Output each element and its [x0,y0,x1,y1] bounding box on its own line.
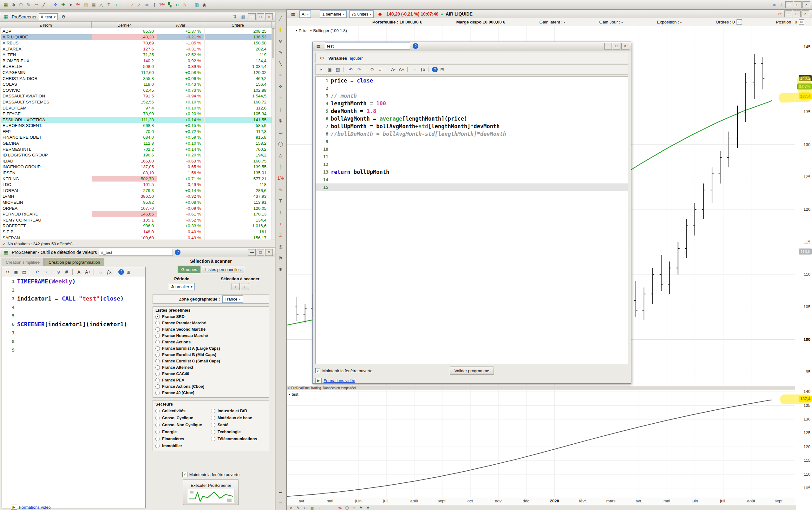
percent-icon[interactable]: % [337,506,343,510]
indicator-code-editor[interactable]: 1price = close23// month4lengthMonth = 1… [315,77,628,364]
list-option[interactable]: France PEA [155,377,266,384]
code-line[interactable]: 2 [315,84,628,92]
camera-icon[interactable]: ◉ [201,1,208,8]
code-line[interactable]: 8//bollDnMonth = bollAvgMonth-std[length… [315,130,628,138]
code-line[interactable]: 1price = close [315,77,628,84]
curve-icon[interactable]: ≈ [277,72,284,79]
time-axis[interactable]: avr.maijuinjuil.aoûtsept.oct.nov.déc.202… [287,497,795,505]
target-icon[interactable]: ◎ [277,243,284,250]
code-line[interactable]: 1TIMEFRAME(Weekly) [2,277,145,286]
list-option[interactable]: France Actions [155,339,266,345]
scrollbar-thumb[interactable] [272,28,274,58]
code-line[interactable]: 3// month [315,92,628,100]
test-indicator-panel[interactable]: ▪ test [287,390,795,497]
rectangle-icon[interactable]: ▭ [277,129,284,136]
table-row[interactable]: COLAS118,0+0,43 %156,4 [1,81,272,87]
pen-icon[interactable]: ✎ [295,506,301,510]
table-row[interactable]: ID LOGISTICS GROUP196,6+0,20 %194,2 [1,152,272,158]
list-option[interactable]: Financières [155,435,211,443]
arrow-down-icon[interactable]: ↓ [277,220,284,228]
groupes-button[interactable]: Groupes [178,266,201,273]
font-increase-icon[interactable]: A+ [84,268,92,276]
table-row[interactable]: ALTAREA127,6-0,31 %202,4 [1,46,272,52]
close-icon[interactable]: × [265,13,273,20]
detail-icon[interactable]: ⊞ [799,19,804,25]
table-row[interactable]: EUROFINS SCIENT.668,8+0,15 %585,9 [1,123,272,129]
zone-dropdown[interactable]: France ▾ [222,295,243,303]
formations-video-link[interactable]: Formations vidéo [19,505,51,510]
pitchfork-icon[interactable]: Ψ [277,117,284,125]
table-row[interactable]: CHRISTIAN DIOR355,8+0,06 %469,2 [1,76,272,82]
code-line[interactable]: 5devMonth = 1.8 [315,107,628,115]
grid-tool-icon[interactable]: ▦ [90,1,97,8]
fibonacci-icon[interactable]: ≡ [277,94,284,102]
detail-icon[interactable]: ⊞ [736,19,742,25]
settings-wrench-icon[interactable]: ⚙ [60,13,67,20]
legend-prix[interactable]: ▪ Prix [296,28,306,33]
editor-titlebar[interactable]: ▦ ProScreener - Outil de détection de va… [0,248,275,257]
table-row[interactable]: ILIAD166,00-0,63 %160,75 [1,158,272,164]
line-tool-icon[interactable]: ╱ [40,1,48,8]
legend-bollinger[interactable]: ▪ Bollinger (100 1.8) [310,28,347,33]
table-row[interactable]: DASSAULT SYSTEMES152,55+0,10 %160,72 [1,99,272,105]
code-line[interactable]: 4lengthMonth = 100 [315,100,628,107]
trend-arrow-icon[interactable]: ↗ [128,1,136,8]
triangle-tool-icon[interactable]: △ [97,1,105,8]
table-row[interactable]: LDC101,5-0,49 %118 [1,181,272,188]
list-option[interactable]: France Eurolist A (Large Caps) [155,345,266,351]
paste-icon[interactable]: ▤ [20,268,28,276]
print-icon[interactable]: ⊞ [125,268,132,276]
indicator-axis[interactable]: 140135130125120115110105137,4 [795,390,812,497]
table-row[interactable]: AIRBUS70,69-1,05 %150,58 [1,40,272,46]
ajouter-link[interactable]: ajouter [350,56,363,61]
table-row[interactable]: ADP85,30+1,37 %208,25 [1,28,272,34]
pencil-icon[interactable]: ✎ [277,49,284,56]
sort-icon[interactable]: ⇅ [231,13,239,20]
table-row[interactable]: GECINA112,8+0,10 %158,2 [1,140,272,146]
zoom-in-icon[interactable]: ⊕ [9,1,17,8]
maximize-icon[interactable]: □ [613,43,621,50]
line-icon[interactable]: ╲ [277,60,284,67]
table-row[interactable]: DASSAULT AVIATION791,5-0,94 %1 544,5 [1,93,272,99]
periode-dropdown[interactable]: Journalier ▾ [169,283,194,290]
maximize-icon[interactable]: □ [257,13,264,20]
code-line[interactable]: 9 [2,346,145,354]
table-row[interactable]: LVMH386,50-0,32 %437,93 [1,194,272,200]
code-line[interactable]: 3indicator1 = CALL "test"(close) [2,294,145,303]
minimize-icon[interactable]: — [785,1,793,8]
table-scrollbar[interactable] [272,28,274,240]
collapse-strip-icon[interactable]: ˇˇ [277,500,284,508]
table-row[interactable]: INGENICO GROUP137,05-0,65 %139,55 [1,164,272,170]
move-tool-icon[interactable]: ✚ [59,1,67,8]
code-line[interactable]: 5 [2,311,145,320]
code-line[interactable]: 7 [2,329,145,337]
list-option[interactable]: France 40 [Cboe] [155,390,266,396]
list-option[interactable]: France Nouveau Marché [155,333,266,339]
list-option[interactable]: France Premier Marché [155,320,266,326]
tab-creation-simplifiee[interactable]: Création simplifiée [2,258,44,266]
listes-personnelles-button[interactable]: Listes personnelles [202,266,244,273]
percent-tool-icon[interactable]: % [74,1,82,8]
keep-open-checkbox[interactable]: ✔ [315,368,320,373]
list-option[interactable]: Energie [155,428,211,435]
font-increase-icon[interactable]: A+ [398,66,405,73]
ruler-icon[interactable]: ╱ [277,14,284,22]
close-icon[interactable]: × [802,10,809,17]
channel-icon[interactable]: ∥ [277,106,284,113]
undo-icon[interactable]: ↶ [347,66,355,73]
execute-proscreener-button[interactable]: Exécuter ProScreener [183,480,239,505]
list-option[interactable]: France Eurolist C (Small Caps) [155,358,266,364]
app-grid-icon[interactable]: ▦ [2,1,9,8]
code-line[interactable]: 15 [315,183,628,191]
list-option[interactable]: France SRD [155,314,266,320]
keep-open-checkbox[interactable]: ✔ [182,472,187,477]
list-option[interactable]: France Actions [Cboe] [155,384,266,390]
help-icon[interactable]: ? [432,67,438,73]
link-tool-icon[interactable]: ∞ [143,1,151,8]
eraser-icon[interactable]: ▱ [32,1,40,8]
price-axis[interactable]: 14513513012512011511010510095140,23,07%1… [795,26,812,387]
code-line[interactable]: 2 [2,286,145,294]
list-option[interactable]: France CAC40 [155,371,266,377]
table-row[interactable]: IPSEN88,10-1,56 %135,01 [1,170,272,176]
symbol-dropdown[interactable]: AI ▾ [299,10,311,18]
